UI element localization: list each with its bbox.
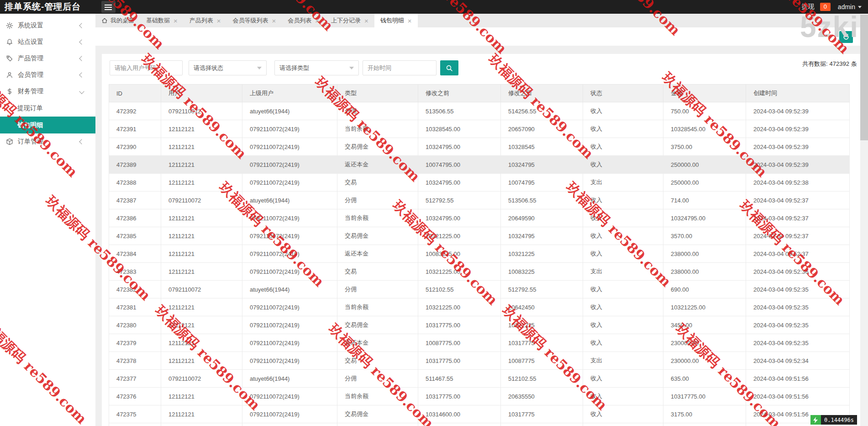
tab-member-list[interactable]: 会员列表× [282, 14, 325, 27]
table-row: 472379121121210792110072(2419)返还本金100877… [109, 334, 850, 352]
table-cell: 10317775.00 [418, 316, 501, 334]
table-cell: 10321225.00 [418, 298, 501, 316]
table-cell: 2024-03-04 09:52:37 [746, 209, 850, 227]
table-cell: 750.00 [663, 102, 746, 120]
trace-bar: 0.144496s [810, 415, 857, 425]
chevron-down-icon [349, 67, 354, 69]
sidebar-item-order-management[interactable]: 订单管理 [0, 133, 95, 150]
table-row: 4723920792110072atuyet66(1944)分佣513506.5… [109, 102, 850, 120]
tab-label: 钱包明细 [380, 16, 404, 25]
user-menu[interactable]: admin [838, 3, 855, 11]
table-row: 4723820792110072atuyet66(1944)分佣512102.5… [109, 281, 850, 298]
tab-label: 基础数据 [146, 16, 170, 25]
table-row: 472389121121210792110072(2419)返还本金100747… [109, 156, 850, 174]
table-cell: 12112121 [161, 263, 242, 281]
sidebar-item-site-settings[interactable]: 站点设置 [0, 34, 95, 50]
tab-close-icon[interactable]: × [315, 17, 319, 24]
table-cell: 2024-03-04 09:52:37 [746, 192, 850, 209]
filter-bar: 请选择状态 请选择类型 [110, 60, 458, 75]
column-header: 上级用户 [242, 85, 337, 102]
sidebar-item-system-settings[interactable]: 系统设置 [0, 17, 95, 34]
table-cell: 472383 [109, 263, 161, 281]
sidebar-item-member-management[interactable]: 会员管理 [0, 67, 95, 83]
refresh-button[interactable] [839, 31, 853, 43]
sidebar-subitem-withdraw-orders[interactable]: 提现订单 [0, 100, 95, 117]
column-header: 修改之前 [418, 85, 501, 102]
column-header: ID [109, 85, 161, 102]
table-cell: 收入 [583, 192, 663, 209]
table-cell: 10317775 [501, 405, 583, 423]
table-cell: 12112121 [161, 120, 242, 138]
tab-close-icon[interactable]: × [272, 17, 276, 24]
tab-wallet-details[interactable]: 钱包明细× [374, 14, 418, 27]
table-cell: 0792110072(2419) [242, 138, 337, 156]
table-cell: 472379 [109, 334, 161, 352]
table-cell: 513506.55 [418, 102, 501, 120]
bell-icon [6, 38, 13, 46]
table-cell: 12112121 [161, 156, 242, 174]
type-select[interactable]: 请选择类型 [274, 60, 359, 75]
tab-close-icon[interactable]: × [174, 17, 178, 24]
total-count: 共有数据:472392条 [800, 60, 857, 68]
table-cell: 2024-03-04 09:52:39 [746, 138, 850, 156]
table-cell: 支出 [583, 352, 663, 370]
withdraw-link[interactable]: 提现 [802, 3, 815, 11]
table-cell: 支出 [583, 174, 663, 192]
chevron-left-icon [79, 56, 84, 61]
column-header: 金额 [663, 85, 746, 102]
table-cell: 10314600.00 [418, 405, 501, 423]
table-cell: 10324795.00 [418, 174, 501, 192]
tab-member-level-list[interactable]: 会员等级列表× [227, 14, 282, 27]
table-cell: 512792.55 [501, 281, 583, 298]
table-cell: 收入 [583, 370, 663, 388]
table-cell: 12112121 [161, 388, 242, 405]
table-cell: 分佣 [337, 281, 418, 298]
table-cell: 3750.00 [663, 138, 746, 156]
table-cell: 0792110072(2419) [242, 352, 337, 370]
table-cell: 2024-03-04 09:51:56 [746, 388, 850, 405]
table-cell: 20649590 [501, 209, 583, 227]
table-cell: 2024-03-04 09:52:38 [746, 174, 850, 192]
table-row: 4723870792110072atuyet66(1944)分佣512792.5… [109, 192, 850, 209]
user-search-input[interactable] [110, 60, 183, 75]
table-cell: 10324795.00 [418, 209, 501, 227]
column-header: 修改之后 [501, 85, 583, 102]
table-cell: atuyet66(1944) [242, 192, 337, 209]
table-cell: 当前余额 [337, 209, 418, 227]
sidebar-item-label: 站点设置 [18, 38, 80, 46]
sidebar-item-product-management[interactable]: 产品管理 [0, 50, 95, 67]
table-cell: 10321225 [501, 245, 583, 263]
tab-updown-records[interactable]: 上下分记录× [325, 14, 374, 27]
tab-close-icon[interactable]: × [217, 17, 221, 24]
table-cell: 10074795.00 [418, 156, 501, 174]
table-cell: 收入 [583, 102, 663, 120]
table-cell: 472375 [109, 405, 161, 423]
data-table: ID用户上级用户类型修改之前修改之后状态金额创建时间47239207921100… [109, 84, 850, 426]
tab-close-icon[interactable]: × [408, 17, 412, 24]
search-button[interactable] [440, 60, 458, 75]
gear-icon [6, 22, 13, 29]
scrollbar-thumb[interactable] [860, 15, 868, 140]
start-time-input[interactable] [363, 60, 437, 75]
app-title: 排单系统-管理后台 [5, 0, 81, 14]
table-cell: 收入 [583, 138, 663, 156]
content-card: 请选择状态 请选择类型 共有数据:472392条 ID用户上级用户类型修改之前修… [102, 54, 860, 426]
table-cell: 0792110072(2419) [242, 120, 337, 138]
table-cell: 0792110072(2419) [242, 174, 337, 192]
tab-product-list[interactable]: 产品列表× [184, 14, 227, 27]
table-row: 472380121121210792110072(2419)交易佣金103177… [109, 316, 850, 334]
vertical-scrollbar[interactable] [860, 14, 868, 426]
table-row: 472391121121210792110072(2419)当前余额103285… [109, 120, 850, 138]
table-row: 472383121121210792110072(2419)交易10321225… [109, 263, 850, 281]
status-select[interactable]: 请选择状态 [189, 60, 267, 75]
sidebar-item-finance-management[interactable]: 财务管理 [0, 83, 95, 100]
tab-basic-data[interactable]: 基础数据× [140, 14, 184, 27]
table-row-partial [109, 423, 850, 426]
table-cell: 收入 [583, 120, 663, 138]
hamburger-menu-button[interactable] [101, 1, 116, 13]
table-cell: 10324795.00 [663, 209, 746, 227]
tab-close-icon[interactable]: × [364, 17, 368, 24]
table-cell: 472380 [109, 316, 161, 334]
sidebar-subitem-wallet-details[interactable]: 钱包明细 [0, 117, 95, 133]
tab-home[interactable]: 我的桌面 [95, 14, 140, 27]
